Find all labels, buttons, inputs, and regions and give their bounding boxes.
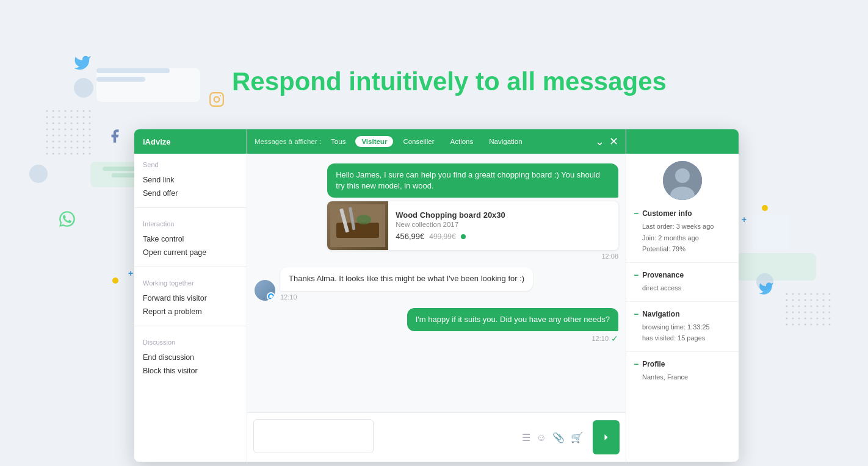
take-control-item[interactable]: Take control [143,232,238,246]
deco-card-1 [96,68,200,102]
list-icon[interactable]: ☰ [522,432,530,443]
deco-avatar-2 [29,165,48,183]
chat-header: Messages à afficher : Tous Visiteur Cons… [247,129,626,154]
svg-rect-6 [786,293,834,329]
twitter-icon [73,54,92,74]
profile-title: Profile [642,360,665,368]
close-icon[interactable]: ✕ [609,135,618,148]
end-discussion-item[interactable]: End discussion [143,351,238,364]
chat-panel: Messages à afficher : Tous Visiteur Cons… [247,129,626,462]
block-visitor-item[interactable]: Block this visitor [143,364,238,378]
product-info: Wood Chopping board 20x30 New collection… [388,201,513,250]
discussion-section: Discussion End discussion Block this vis… [134,331,247,380]
brand-header: iAdvize [134,129,247,154]
filter-tab-conseiller[interactable]: Conseiller [397,136,440,147]
info-panel: − Customer info Last order: 3 weeks ago … [626,129,739,462]
send-section-title: Send [143,161,238,168]
divider-1 [134,207,247,208]
message-agent-1: Hello James, I sure can help you find a … [327,163,618,260]
product-name: Wood Chopping board 20x30 [396,210,505,220]
filter-tab-visiteur[interactable]: Visiteur [355,136,393,147]
price-dot [461,234,466,239]
discussion-title: Discussion [143,339,238,346]
forward-visitor-item[interactable]: Forward this visitor [143,292,238,305]
navigation-toggle[interactable]: − [634,309,638,319]
main-window: iAdvize Send Send link Send offer Intera… [134,129,739,462]
message-agent-2: I'm happy if it suits you. Did you have … [407,308,618,343]
interaction-section-title: Interaction [143,220,238,228]
provenance-title: Provenance [642,271,684,279]
filter-tab-tous[interactable]: Tous [325,136,352,147]
price-old: 499,99€ [429,232,455,241]
chat-input[interactable] [253,419,374,453]
whatsapp-icon [59,210,76,230]
join-date: Join: 2 months ago [634,232,731,244]
menu-panel: iAdvize Send Send link Send offer Intera… [134,129,247,462]
send-button[interactable] [593,420,620,454]
interaction-section: Interaction Take control Open current pa… [134,213,247,262]
visitor-avatar [255,280,275,301]
visitor-badge [267,292,275,301]
profile-location: Nantes, France [634,371,731,383]
svg-point-2 [220,95,221,96]
instagram-icon [209,91,225,110]
blue-plus-1: + [128,268,133,278]
page-title: Respond intuitively to all messages [232,67,667,96]
info-divider-3 [626,351,739,352]
dots-pattern-right [786,293,834,332]
customer-info-toggle[interactable]: − [634,209,638,218]
product-price: 456,99€ 499,99€ [396,232,505,241]
info-divider-1 [626,262,739,263]
svg-rect-0 [210,93,223,106]
info-divider-2 [626,301,739,302]
message-bubble-1: Hello James, I sure can help you find a … [327,163,618,198]
visitor-time-1: 12:10 [280,293,533,301]
customer-info-section: − Customer info Last order: 3 weeks ago … [626,204,739,260]
message-visitor-1: Thanks Alma. It looks like this might be… [255,267,533,300]
info-header [626,129,739,154]
svg-point-13 [675,168,690,183]
price-current: 456,99€ [396,232,424,241]
navigation-title: Navigation [642,310,679,318]
filter-tab-actions[interactable]: Actions [444,136,480,147]
deco-avatar-1 [74,78,93,98]
attachment-icon[interactable]: 📎 [552,432,565,443]
customer-avatar [663,161,702,200]
open-current-page-item[interactable]: Open current page [143,246,238,259]
divider-3 [134,326,247,326]
pages-visited: has visited: 15 pages [634,332,731,344]
working-together-title: Working together [143,279,238,287]
svg-point-11 [356,215,371,224]
send-offer-item[interactable]: Send offer [143,187,238,200]
potential: Potential: 79% [634,243,731,255]
checkmark-icon: ✓ [611,334,618,343]
emoji-icon[interactable]: ☺ [537,432,546,443]
product-image [327,201,388,250]
message-time-2: 12:10 ✓ [407,334,618,343]
report-problem-item[interactable]: Report a problem [143,305,238,318]
svg-rect-4 [46,110,95,159]
chat-input-area: ☰ ☺ 📎 🛒 [247,412,626,462]
minimize-icon[interactable]: ⌄ [595,135,604,148]
chat-messages: Hello James, I sure can help you find a … [247,154,626,412]
provenance-section: − Provenance direct access [626,265,739,299]
browsing-time: browsing time: 1:33:25 [634,321,731,333]
messages-label: Messages à afficher : [255,138,321,145]
input-wrapper: ☰ ☺ 📎 🛒 [253,419,588,456]
shopping-icon[interactable]: 🛒 [571,432,583,443]
send-link-item[interactable]: Send link [143,173,238,187]
profile-toggle[interactable]: − [634,359,638,369]
header-actions: ⌄ ✕ [595,135,618,148]
provenance-toggle[interactable]: − [634,270,638,280]
last-order: Last order: 3 weeks ago [634,221,731,232]
yellow-dot-2 [762,205,768,211]
deco-card-right-1 [737,253,816,281]
facebook-icon [107,128,123,146]
filter-tab-navigation[interactable]: Navigation [483,136,528,147]
send-section: Send Send link Send offer [134,154,247,203]
dots-pattern [46,110,95,161]
blue-plus-2: + [742,215,747,224]
working-together-section: Working together Forward this visitor Re… [134,272,247,321]
message-bubble-2: I'm happy if it suits you. Did you have … [407,308,618,331]
navigation-section: − Navigation browsing time: 1:33:25 has … [626,304,739,349]
